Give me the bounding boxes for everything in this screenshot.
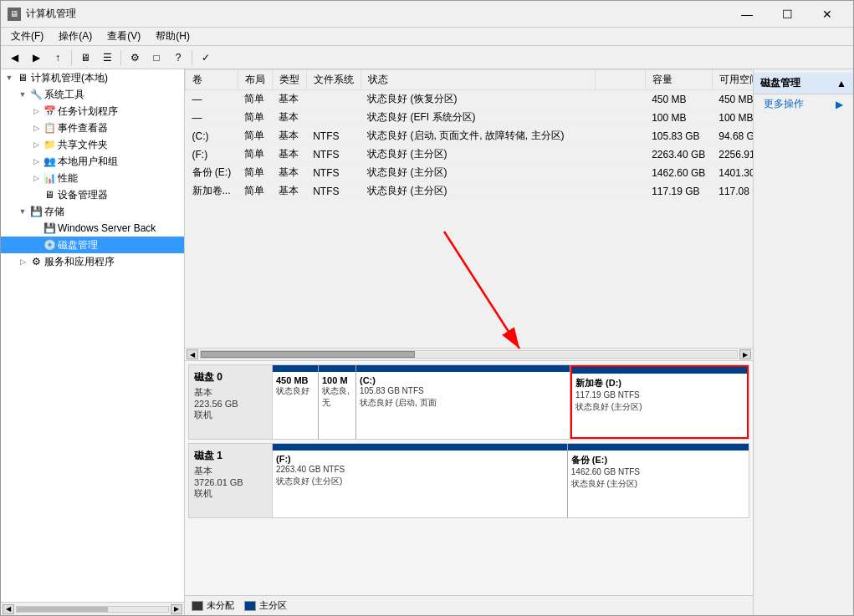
sidebar-users-label: 本地用户和组 (58, 155, 118, 169)
menu-file[interactable]: 文件(F) (4, 28, 50, 45)
sidebar-item-storage[interactable]: ▼ 💾 存储 (1, 203, 184, 220)
cell-extra (595, 127, 645, 145)
disk-0-label: 磁盘 0 (194, 370, 267, 384)
sidebar-item-device-manager[interactable]: 🖥 设备管理器 (1, 186, 184, 203)
sidebar-backup-label: Windows Server Back (58, 222, 156, 234)
computer-icon: 🖥 (16, 71, 29, 84)
expand-task: ▷ (29, 104, 43, 118)
cell-status: 状态良好 (主分区) (361, 182, 595, 201)
disk-0-partition-1[interactable]: 100 M 状态良, 无 (319, 365, 356, 439)
cell-layout: 简单 (238, 164, 272, 182)
legend-unallocated-box (192, 601, 203, 611)
sidebar-item-event-viewer[interactable]: ▷ 📋 事件查看器 (1, 120, 184, 136)
sidebar-scroll-right[interactable]: ▶ (171, 604, 182, 614)
table-header-row: 卷 布局 类型 文件系统 状态 容量 可用空间 (186, 70, 754, 90)
action-header-label: 磁盘管理 (760, 76, 800, 90)
disk-0-partition-3[interactable]: 新加卷 (D:) 117.19 GB NTFS 状态良好 (主分区) (570, 365, 749, 439)
sidebar-root[interactable]: ▼ 🖥 计算机管理(本地) (1, 69, 184, 86)
sidebar-item-performance[interactable]: ▷ 📊 性能 (1, 170, 184, 186)
partition-status: 状态良好 (主分区) (571, 478, 745, 490)
hscroll-track (200, 350, 738, 359)
cell-fs: NTFS (306, 182, 361, 201)
toolbar-forward[interactable]: ▶ (26, 48, 46, 67)
col-capacity: 容量 (645, 70, 712, 90)
table-row[interactable]: — 简单 基本 状态良好 (恢复分区) 450 MB 450 MB (186, 90, 754, 109)
menu-action[interactable]: 操作(A) (52, 28, 99, 45)
sidebar-perf-label: 性能 (58, 171, 78, 186)
sidebar-item-local-users[interactable]: ▷ 👥 本地用户和组 (1, 153, 184, 170)
disk-1-status: 联机 (194, 487, 267, 500)
expand-event: ▷ (29, 121, 43, 135)
disk-1-partition-1[interactable]: 备份 (E:) 1462.60 GB NTFS 状态良好 (主分区) (568, 444, 749, 517)
cell-type: 基本 (272, 127, 306, 145)
toolbar-back[interactable]: ◀ (4, 48, 24, 67)
folder-icon: 📁 (43, 138, 56, 151)
cell-status: 状态良好 (启动, 页面文件, 故障转储, 主分区) (361, 127, 595, 145)
sidebar-item-services[interactable]: ▷ ⚙ 服务和应用程序 (1, 253, 184, 270)
scroll-left-btn[interactable]: ◀ (187, 349, 198, 359)
perf-icon: 📊 (43, 171, 56, 185)
sidebar-item-windows-backup[interactable]: 💾 Windows Server Back (1, 220, 184, 237)
sidebar-item-task-scheduler[interactable]: ▷ 📅 任务计划程序 (1, 103, 184, 120)
toolbar-separator-3 (192, 50, 192, 65)
maximize-button[interactable]: ☐ (768, 2, 806, 27)
col-extra (595, 70, 645, 90)
sidebar-item-shared-folders[interactable]: ▷ 📁 共享文件夹 (1, 136, 184, 153)
cell-fs: NTFS (306, 164, 361, 182)
expand-users: ▷ (29, 155, 43, 168)
title-bar: 🖥 计算机管理 — ☐ ✕ (1, 1, 853, 28)
table-row[interactable]: (C:) 简单 基本 NTFS 状态良好 (启动, 页面文件, 故障转储, 主分… (186, 127, 754, 145)
cell-free: 450 MB (712, 90, 753, 109)
toolbar-help[interactable]: ? (168, 48, 188, 67)
cell-layout: 简单 (238, 182, 272, 201)
disk-0-partition-2[interactable]: (C:) 105.83 GB NTFS 状态良好 (启动, 页面 (356, 365, 570, 439)
sidebar: ▼ 🖥 计算机管理(本地) ▼ 🔧 系统工具 ▷ 📅 任务计划程序 (1, 69, 185, 602)
horizontal-scrollbar: ◀ ▶ (185, 348, 753, 361)
sidebar-item-system-tools[interactable]: ▼ 🔧 系统工具 (1, 86, 184, 103)
cell-free: 94.68 GB (712, 127, 753, 145)
table-row[interactable]: — 简单 基本 状态良好 (EFI 系统分区) 100 MB 100 MB (186, 109, 754, 127)
partition-name: (C:) (360, 375, 566, 385)
sidebar-event-label: 事件查看器 (58, 121, 108, 135)
sidebar-device-label: 设备管理器 (58, 188, 108, 202)
cell-extra (595, 109, 645, 127)
toolbar-settings[interactable]: ⚙ (125, 48, 145, 67)
event-icon: 📋 (43, 121, 56, 135)
minimize-button[interactable]: — (728, 2, 766, 27)
cell-status: 状态良好 (主分区) (361, 145, 595, 164)
disk-1-partition-0[interactable]: (F:) 2263.40 GB NTFS 状态良好 (主分区) (273, 444, 568, 517)
sidebar-scroll-left[interactable]: ◀ (3, 604, 14, 614)
sidebar-scrollbar: ◀ ▶ (1, 602, 184, 615)
cell-status: 状态良好 (主分区) (361, 164, 595, 182)
toolbar-up[interactable]: ↑ (48, 48, 68, 67)
partition-name: 450 MB (276, 375, 314, 385)
toolbar-list[interactable]: ☰ (97, 48, 117, 67)
cell-capacity: 2263.40 GB (645, 145, 712, 164)
task-icon: 📅 (43, 104, 56, 118)
sidebar-system-tools-label: 系统工具 (44, 88, 84, 102)
table-row[interactable]: (F:) 简单 基本 NTFS 状态良好 (主分区) 2263.40 GB 22… (186, 145, 754, 164)
sidebar-item-disk-management[interactable]: 💿 磁盘管理 (1, 237, 184, 253)
storage-icon: 💾 (29, 205, 43, 218)
partition-name: 100 M (322, 375, 352, 385)
partition-details: 1462.60 GB NTFS (571, 466, 745, 478)
disk-0-partition-0[interactable]: 450 MB 状态良好 (273, 365, 319, 439)
toolbar-extra[interactable]: ✓ (196, 48, 216, 67)
disk-1-type: 基本 (194, 465, 267, 477)
disk-1-info: 磁盘 1 基本 3726.01 GB 联机 (189, 444, 273, 517)
toolbar-separator-1 (71, 50, 72, 65)
table-row[interactable]: 新加卷... 简单 基本 NTFS 状态良好 (主分区) 117.19 GB 1… (186, 182, 754, 201)
menu-view[interactable]: 查看(V) (100, 28, 147, 45)
menu-help[interactable]: 帮助(H) (149, 28, 197, 45)
partition-status: 状态良好 (主分区) (276, 476, 564, 487)
col-free: 可用空间 (712, 70, 753, 90)
scroll-right-btn[interactable]: ▶ (739, 349, 751, 359)
table-row[interactable]: 备份 (E:) 简单 基本 NTFS 状态良好 (主分区) 1462.60 GB… (186, 164, 754, 182)
partition-header (273, 444, 567, 451)
close-button[interactable]: ✕ (808, 2, 846, 27)
toolbar-view[interactable]: □ (146, 48, 166, 67)
app-icon: 🖥 (8, 8, 21, 21)
toolbar-computer[interactable]: 🖥 (75, 48, 95, 67)
cell-type: 基本 (272, 164, 306, 182)
action-more-operations[interactable]: 更多操作 ▶ (754, 94, 853, 114)
